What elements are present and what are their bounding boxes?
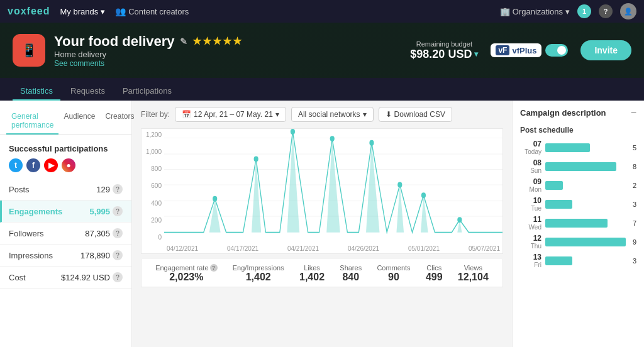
sched-dow: Wed [520,224,541,231]
stat-value-1: 1,402 [233,272,284,283]
info-icon-posts[interactable]: ? [113,184,123,194]
nav-right: 🏢 Organizations ▾ 1 ? 👤 [500,3,636,19]
schedule-list: 07 Today 5 08 Sun 8 09 Mon 2 10 Tue [520,140,636,268]
info-icon-impressions[interactable]: ? [113,250,123,260]
tab-audience[interactable]: Audience [58,108,100,135]
avatar[interactable]: 👤 [620,3,636,19]
download-icon: ⬇ [386,110,392,119]
info-icon-cost[interactable]: ? [113,272,123,282]
schedule-row: 10 Tue 3 [520,196,636,212]
logo[interactable]: voxfeed [8,6,50,17]
sched-bar-wrap [545,238,626,246]
youtube-icon[interactable]: ▶ [44,158,58,172]
invite-button[interactable]: Invite [580,40,631,60]
stat-label-2: Likes [304,264,320,272]
chart-area: 1,200 1,000 800 600 400 200 0 [141,128,503,254]
vf-plus-toggle[interactable] [545,44,568,57]
sched-bar [545,256,572,265]
download-csv-button[interactable]: ⬇ Download CSV [379,107,452,122]
requests-label: Requests [70,86,105,96]
schedule-row: 09 Mon 2 [520,177,636,193]
sched-dow: Mon [520,186,541,193]
help-button[interactable]: ? [599,4,613,18]
metric-value-impressions: 178,890 [80,251,110,260]
social-network-filter[interactable]: All social networks ▾ [291,107,374,122]
svg-point-19 [397,182,402,188]
brand-name-text: Your food delivery [54,33,175,50]
metric-impressions[interactable]: Impressions 178,890 ? [0,245,131,267]
tab-participations[interactable]: Participations [115,81,179,101]
view-tabs: General performance Audience Creators [0,108,131,135]
sub-nav: Statistics Requests Participations [0,78,644,101]
metric-engagements[interactable]: Engagements 5,995 ? [0,201,131,223]
budget-dropdown[interactable]: ▾ [474,50,478,58]
svg-point-18 [369,140,374,146]
metric-label-posts: Posts [9,185,96,194]
info-icon-followers[interactable]: ? [113,228,123,238]
chart-y-labels: 1,200 1,000 800 600 400 200 0 [142,129,164,241]
download-label: Download CSV [394,110,445,119]
sched-bar-wrap [545,143,626,152]
stat-comments: Comments 90 [377,264,410,283]
sched-count: 9 [633,238,636,246]
metric-cost[interactable]: Cost $124.92 USD ? [0,267,131,289]
see-comments-link[interactable]: See comments [54,59,410,68]
tab-statistics[interactable]: Statistics [13,81,60,101]
remaining-budget: Remaining budget $98.20 USD ▾ [410,40,478,61]
stat-label-5: Clics [426,264,441,272]
sched-dow: Tue [520,205,541,212]
collapse-icon[interactable]: − [631,107,636,118]
edit-icon[interactable]: ✎ [180,36,187,47]
stat-value-0: 2,023% [155,272,217,283]
stat-value-2: 1,402 [299,272,325,283]
stat-label-6: Views [464,264,482,272]
vf-plus-badge: vF vfPlus [491,43,541,57]
sched-bar [545,200,572,209]
sched-bar [545,162,616,171]
chevron-down-icon-org: ▾ [565,7,570,16]
tab-requests[interactable]: Requests [63,81,113,101]
sched-bar [545,219,608,228]
svg-point-15 [254,156,258,162]
filter-row: Filter by: 📅 12 Apr, 21 – 07 May. 21 ▾ A… [141,107,503,122]
sched-day: 09 [520,177,541,186]
date-range-label: 12 Apr, 21 – 07 May. 21 [194,110,273,119]
metric-followers[interactable]: Followers 87,305 ? [0,223,131,245]
organizations-button[interactable]: 🏢 Organizations ▾ [500,7,570,16]
schedule-row: 13 Fri 3 [520,253,636,268]
campaign-desc-title: Campaign description [520,108,606,118]
svg-point-16 [291,129,295,135]
sched-dow: Fri [520,262,541,268]
content-creators-label: Content creators [128,7,189,16]
sched-bar-wrap [545,181,626,190]
sched-dow: Today [520,148,541,155]
brand-name: Your food delivery ✎ ★★★★★ [54,33,410,50]
sched-count: 8 [633,163,636,170]
sched-bar [545,143,590,152]
chevron-icon-date: ▾ [275,110,279,119]
info-icon-engagements[interactable]: ? [113,206,123,216]
org-icon: 🏢 [500,7,510,16]
tab-general-performance[interactable]: General performance [6,108,58,135]
date-range-filter[interactable]: 📅 12 Apr, 21 – 07 May. 21 ▾ [175,107,286,122]
hero-section: 📱 Your food delivery ✎ ★★★★★ Home delive… [0,23,644,78]
facebook-icon[interactable]: f [26,158,40,172]
notification-badge[interactable]: 1 [577,4,591,18]
stats-row: Engagement rate ? 2,023% Eng/Impressions… [141,259,503,287]
svg-marker-9 [319,139,348,233]
organizations-label: Organizations [513,7,563,16]
user-group-icon: 👥 [115,6,126,16]
twitter-icon[interactable]: t [9,158,23,172]
stat-label-1: Eng/Impressions [233,264,284,272]
metric-posts[interactable]: Posts 129 ? [0,179,131,201]
chevron-down-icon: ▾ [101,7,105,16]
metric-value-followers: 87,305 [85,229,110,238]
content-creators-nav[interactable]: 👥 Content creators [115,6,189,16]
my-brands-nav[interactable]: My brands ▾ [60,7,105,16]
audience-tab-label: Audience [64,112,95,121]
chart-x-labels: 04/12/2021 04/17/2021 04/21/2021 04/26/2… [164,245,502,252]
see-comments-text: See comments [54,59,104,68]
schedule-row: 07 Today 5 [520,140,636,155]
general-tab-label: General performance [11,112,53,129]
instagram-icon[interactable]: ● [62,158,75,172]
